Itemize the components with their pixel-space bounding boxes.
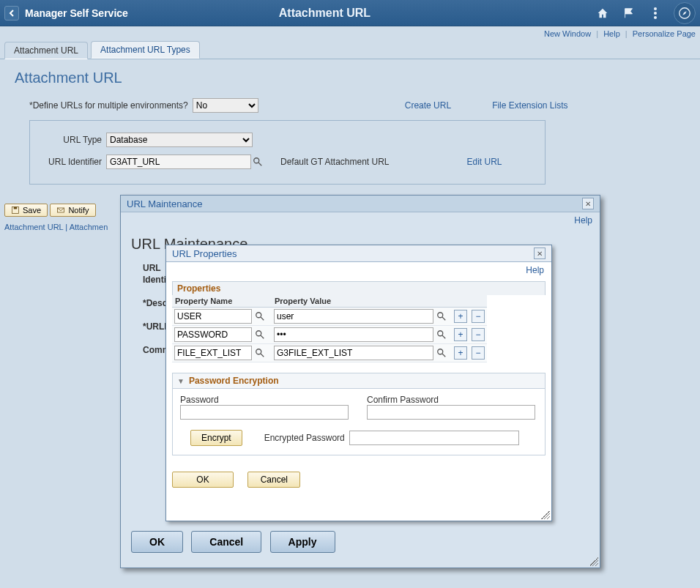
resize-grip-icon[interactable] [589,557,598,566]
property-value-input[interactable] [274,327,433,342]
new-window-link[interactable]: New Window [544,29,591,38]
save-button[interactable]: Save [4,204,48,217]
svg-point-19 [438,349,443,354]
help-link[interactable]: Help [603,29,620,38]
apply-button[interactable]: Apply [270,531,335,553]
identifier-label: Identi [143,275,166,285]
url-label: URL [143,263,161,273]
property-value-input[interactable] [274,309,433,324]
ok-button[interactable]: OK [131,531,183,553]
vertical-dots-icon[interactable] [647,5,663,21]
svg-point-4 [254,158,259,163]
footer-attachment-url-types-link[interactable]: Attachmen [70,223,108,231]
inner-dialog-title: URL Properties [172,248,237,259]
cancel-button[interactable]: Cancel [191,531,261,553]
confirm-password-input[interactable] [367,405,535,420]
encrypted-password-label: Encrypted Password [264,433,345,443]
top-navbar: Manager Self Service Attachment URL [0,0,700,26]
notify-icon [56,206,65,215]
lookup-icon[interactable] [253,346,267,360]
chevron-left-icon [8,10,15,17]
url-type-select[interactable]: Database [106,133,253,147]
flag-icon[interactable] [621,5,637,21]
back-button[interactable] [4,6,19,21]
tab-attachment-url-types[interactable]: Attachment URL Types [91,41,200,59]
svg-point-15 [438,331,443,336]
svg-line-10 [261,317,264,320]
svg-point-1 [654,12,657,15]
col-property-name: Property Name [172,295,272,308]
svg-point-11 [438,313,443,318]
close-icon[interactable]: ✕ [534,248,546,259]
collapse-icon: ▼ [177,377,185,385]
notify-button[interactable]: Notify [50,204,95,217]
encrypted-password-input[interactable] [349,431,519,445]
default-gt-label: Default GT Attachment URL [280,157,390,167]
svg-point-0 [654,7,657,10]
dialog-help-link[interactable]: Help [574,215,592,226]
delete-row-button[interactable]: − [472,328,485,341]
page-heading: Attachment URL [15,70,685,86]
close-icon[interactable]: ✕ [582,198,594,209]
define-multiple-label: Define URLs for multiple environments? [29,100,188,111]
table-row: +− [172,308,487,326]
svg-line-16 [442,335,445,338]
col-property-value: Property Value [272,295,452,308]
dialog-title: URL Maintenance [127,198,203,209]
create-url-link[interactable]: Create URL [405,100,451,111]
password-encryption-header[interactable]: ▼ Password Encryption [172,373,546,389]
svg-line-12 [442,317,445,320]
footer-attachment-url-link[interactable]: Attachment URL [4,223,63,231]
password-input[interactable] [180,405,349,420]
lookup-icon[interactable] [435,328,448,341]
url-identifier-label: URL Identifier [43,157,102,167]
dialog-titlebar: URL Maintenance ✕ [121,196,600,212]
property-name-input[interactable] [174,346,252,360]
tab-attachment-url[interactable]: Attachment URL [4,42,88,59]
property-name-input[interactable] [174,309,252,324]
property-value-input[interactable] [274,346,433,360]
lookup-icon[interactable] [253,310,267,323]
table-row: +− [172,326,487,344]
lookup-icon[interactable] [435,346,448,360]
property-name-input[interactable] [174,327,252,342]
svg-line-20 [442,354,445,357]
svg-line-14 [261,335,264,338]
encrypt-button[interactable]: Encrypt [190,430,242,446]
add-row-button[interactable]: + [454,328,467,341]
compass-icon[interactable] [674,2,696,24]
home-icon[interactable] [595,5,611,21]
tab-row: Attachment URL Attachment URL Types [0,41,700,59]
svg-point-13 [256,331,261,336]
inner-dialog-help-link[interactable]: Help [526,265,544,275]
define-multiple-select[interactable]: No [193,98,258,113]
delete-row-button[interactable]: − [472,310,485,323]
inner-ok-button[interactable]: OK [172,472,234,488]
password-label: Password [180,395,351,405]
svg-line-18 [261,354,264,357]
lookup-icon[interactable] [435,310,448,323]
lookup-icon[interactable] [251,155,264,168]
secondary-link-row: New Window | Help | Personalize Page [0,26,700,41]
lookup-icon[interactable] [253,328,267,341]
url-properties-dialog: URL Properties ✕ Help Properties Propert… [165,245,552,521]
url-type-label: URL Type [43,135,102,145]
properties-grid-header: Properties [172,281,546,295]
edit-url-link[interactable]: Edit URL [467,157,502,167]
properties-grid: Property Name Property Value +−+−+− [172,295,487,362]
resize-grip-icon[interactable] [541,510,550,519]
personalize-page-link[interactable]: Personalize Page [633,29,696,38]
add-row-button[interactable]: + [454,346,467,360]
delete-row-button[interactable]: − [472,346,485,360]
svg-point-2 [654,16,657,19]
add-row-button[interactable]: + [454,310,467,323]
password-encryption-section: Password Confirm Password Encrypt Encryp… [172,389,546,455]
confirm-password-label: Confirm Password [367,395,537,405]
inner-cancel-button[interactable]: Cancel [247,472,300,488]
inner-dialog-titlebar: URL Properties ✕ [166,245,551,262]
page-title: Attachment URL [55,7,595,20]
svg-rect-7 [14,207,18,209]
table-row: +− [172,344,487,362]
url-identifier-input[interactable] [106,155,251,169]
file-extension-lists-link[interactable]: File Extension Lists [492,100,567,111]
